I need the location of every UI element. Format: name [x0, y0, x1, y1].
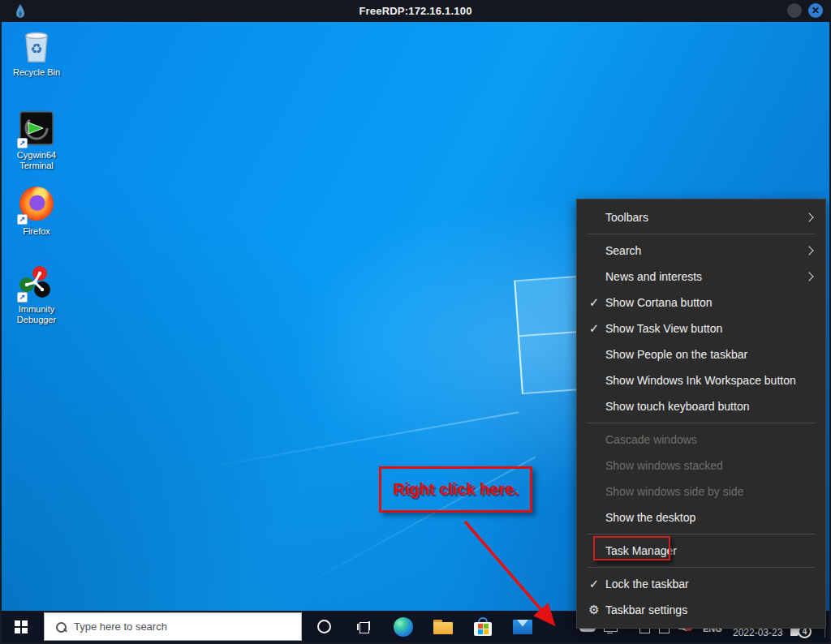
chevron-right-icon	[804, 246, 813, 255]
start-button[interactable]	[2, 611, 41, 642]
microsoft-store-icon	[474, 617, 492, 637]
taskbar-context-menu: Toolbars Search News and interests ✓ Sho…	[576, 199, 826, 629]
microsoft-store-button[interactable]	[465, 611, 501, 642]
title-bar: FreeRDP:172.16.1.100 ✕	[0, 0, 831, 22]
search-icon	[56, 622, 66, 632]
desktop-icon-label: Immunity Debugger	[5, 304, 68, 325]
shortcut-arrow-icon: ↗	[17, 292, 28, 303]
desktop-icon-label: Firefox	[5, 226, 68, 237]
minimize-button[interactable]	[787, 3, 802, 18]
gear-icon: ⚙	[586, 597, 602, 623]
taskbar-search[interactable]	[44, 612, 302, 641]
menu-separator	[587, 567, 816, 568]
mail-button[interactable]	[505, 611, 540, 642]
desktop-icon-firefox[interactable]: ↗ Firefox	[5, 185, 68, 237]
recycle-bin-icon: ♻	[18, 28, 55, 65]
menu-item-cascade-windows: Cascade windows	[577, 427, 825, 453]
annotation-box: Right click here.	[379, 466, 532, 513]
windows-start-icon	[15, 620, 28, 633]
menu-item-show-people[interactable]: Show People on the taskbar	[577, 341, 825, 367]
annotation-text: Right click here.	[393, 480, 519, 499]
desktop-icon-cygwin64-terminal[interactable]: ↗ Cygwin64 Terminal	[5, 110, 68, 171]
menu-separator	[587, 423, 816, 423]
menu-item-show-the-desktop[interactable]: Show the desktop	[577, 504, 825, 530]
menu-separator	[587, 234, 816, 234]
file-explorer-button[interactable]	[425, 611, 461, 642]
menu-item-show-task-view-button[interactable]: ✓ Show Task View button	[577, 316, 825, 341]
desktop-icon-immunity-debugger[interactable]: ↗ Immunity Debugger	[5, 264, 68, 325]
edge-icon	[394, 617, 413, 637]
shortcut-arrow-icon: ↗	[17, 214, 28, 225]
clock-date[interactable]: 2022-03-23	[733, 627, 782, 638]
chevron-right-icon	[804, 272, 813, 281]
desktop-icon-recycle-bin[interactable]: ♻ Recycle Bin	[5, 28, 68, 78]
file-explorer-icon	[433, 620, 453, 634]
menu-item-show-windows-ink[interactable]: Show Windows Ink Workspace button	[577, 367, 825, 393]
menu-item-show-touch-keyboard[interactable]: Show touch keyboard button	[577, 393, 825, 419]
cortana-button[interactable]	[306, 611, 342, 642]
edge-button[interactable]	[385, 611, 421, 642]
close-icon: ✕	[812, 6, 820, 15]
checkmark-icon: ✓	[585, 290, 603, 316]
menu-item-show-windows-side-by-side: Show windows side by side	[577, 479, 825, 504]
checkmark-icon: ✓	[585, 316, 603, 341]
mail-icon	[513, 620, 532, 634]
freerdp-window: FreeRDP:172.16.1.100 ✕ ♻ Recycle Bin	[0, 0, 831, 644]
svg-text:♻: ♻	[30, 41, 42, 57]
menu-item-lock-the-taskbar[interactable]: ✓ Lock the taskbar	[577, 571, 825, 597]
menu-item-taskbar-settings[interactable]: ⚙ Taskbar settings	[577, 597, 825, 623]
close-button[interactable]: ✕	[808, 3, 823, 18]
menu-separator	[587, 534, 816, 535]
search-input[interactable]	[74, 620, 301, 633]
chevron-right-icon	[804, 213, 813, 221]
task-view-icon	[357, 621, 370, 633]
checkmark-icon: ✓	[585, 571, 603, 597]
menu-item-show-cortana-button[interactable]: ✓ Show Cortana button	[577, 290, 825, 316]
desktop-icon-label: Recycle Bin	[5, 67, 68, 78]
menu-item-toolbars[interactable]: Toolbars	[577, 204, 825, 230]
task-view-button[interactable]	[346, 611, 381, 642]
window-title: FreeRDP:172.16.1.100	[0, 5, 831, 17]
menu-item-show-windows-stacked: Show windows stacked	[577, 453, 825, 479]
desktop-icon-label: Cygwin64 Terminal	[5, 150, 68, 171]
wallpaper-beam	[199, 411, 519, 469]
shortcut-arrow-icon: ↗	[17, 138, 28, 148]
menu-item-news-and-interests[interactable]: News and interests	[577, 264, 825, 290]
cortana-icon	[317, 620, 331, 633]
menu-item-search[interactable]: Search	[577, 238, 825, 264]
task-manager-highlight-box	[593, 536, 670, 560]
